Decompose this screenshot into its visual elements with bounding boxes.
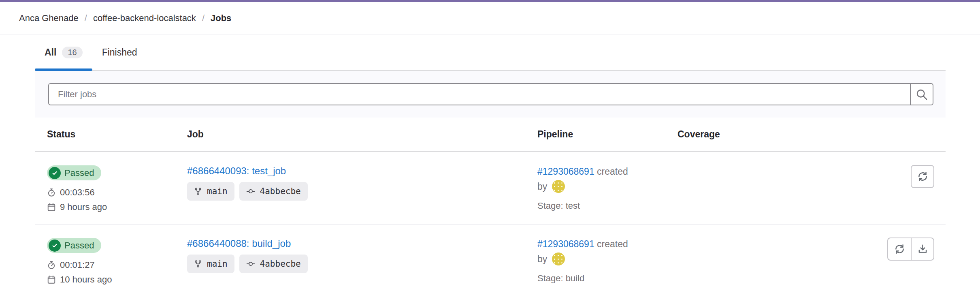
pipeline-created-text: created: [597, 239, 628, 249]
duration-text: 00:03:56: [60, 187, 95, 198]
retry-job-button[interactable]: [911, 165, 934, 188]
job-refs: main 4abbecbe: [187, 182, 525, 201]
pipeline-stage: Stage: build: [537, 273, 665, 284]
stopwatch-icon: [47, 261, 56, 270]
actions-cell: [787, 152, 946, 224]
retry-job-button[interactable]: [887, 238, 911, 261]
calendar-icon: [47, 203, 56, 212]
status-badge[interactable]: Passed: [47, 165, 101, 180]
age-text: 10 hours ago: [60, 274, 112, 285]
commit-icon: [246, 259, 255, 268]
breadcrumb-user[interactable]: Anca Ghenade: [19, 13, 79, 24]
actions-button-group: [887, 238, 934, 261]
pipeline-created-text: created: [597, 166, 628, 177]
column-header-job: Job: [175, 129, 525, 140]
commit-chip[interactable]: 4abbecbe: [239, 255, 308, 273]
job-cell: #6866440093: test_job main: [175, 152, 525, 224]
job-link[interactable]: #6866440088: build_job: [187, 238, 291, 249]
calendar-icon: [47, 275, 56, 284]
tab-all-count-badge: 16: [62, 47, 82, 58]
job-duration: 00:03:56: [47, 187, 175, 198]
column-header-pipeline: Pipeline: [525, 129, 665, 140]
pipeline-link[interactable]: #1293068691: [537, 239, 594, 249]
tab-finished[interactable]: Finished: [92, 34, 147, 70]
avatar[interactable]: [552, 252, 565, 265]
duration-text: 00:01:27: [60, 260, 95, 270]
status-cell: Passed 00:03:56: [35, 152, 175, 224]
retry-icon: [917, 171, 928, 182]
job-age: 10 hours ago: [47, 274, 175, 285]
coverage-cell: [665, 225, 787, 291]
search-button[interactable]: [910, 83, 933, 105]
branch-icon: [194, 260, 202, 268]
branch-icon: [194, 187, 202, 195]
jobs-page: Anca Ghenade / coffee-backend-localstack…: [0, 0, 980, 291]
jobs-table-header: Status Job Pipeline Coverage: [35, 118, 946, 152]
breadcrumb: Anca Ghenade / coffee-backend-localstack…: [0, 2, 980, 34]
job-row: Passed 00:03:56: [35, 152, 946, 225]
breadcrumb-current-page: Jobs: [211, 13, 231, 24]
pipeline-cell: #1293068691 created by Stage: build: [525, 225, 665, 291]
retry-icon: [894, 244, 905, 255]
column-header-coverage: Coverage: [665, 129, 787, 140]
search-icon: [916, 88, 928, 101]
job-refs: main 4abbecbe: [187, 255, 525, 273]
commit-chip[interactable]: 4abbecbe: [239, 182, 308, 201]
breadcrumb-separator: /: [85, 13, 87, 24]
stopwatch-icon: [47, 188, 56, 197]
commit-sha: 4abbecbe: [260, 259, 301, 269]
pipeline-by-text: by: [537, 254, 547, 265]
filter-bar: [35, 71, 946, 118]
job-age: 9 hours ago: [47, 202, 175, 212]
job-row: Passed 00:01:27: [35, 225, 946, 291]
pipeline-by-text: by: [537, 181, 547, 192]
tab-all[interactable]: All 16: [35, 34, 92, 70]
jobs-table: Status Job Pipeline Coverage Passed: [35, 118, 946, 291]
pipeline-stage: Stage: test: [537, 201, 665, 211]
download-artifacts-button[interactable]: [911, 238, 934, 261]
filter-jobs-input[interactable]: [48, 83, 910, 105]
pipeline-link[interactable]: #1293068691: [537, 166, 594, 177]
branch-chip[interactable]: main: [187, 255, 234, 273]
jobs-tabs: All 16 Finished: [35, 34, 946, 71]
age-text: 9 hours ago: [60, 202, 107, 212]
branch-name: main: [207, 186, 228, 196]
status-cell: Passed 00:01:27: [35, 225, 175, 291]
breadcrumb-project[interactable]: coffee-backend-localstack: [93, 13, 196, 24]
coverage-cell: [665, 152, 787, 224]
check-circle-icon: [49, 167, 61, 179]
branch-chip[interactable]: main: [187, 182, 234, 201]
branch-name: main: [207, 259, 228, 269]
tab-finished-label: Finished: [102, 47, 137, 58]
status-label: Passed: [64, 240, 94, 251]
pipeline-cell: #1293068691 created by Stage: test: [525, 152, 665, 224]
status-label: Passed: [64, 168, 94, 178]
commit-icon: [246, 187, 255, 196]
actions-cell: [787, 225, 946, 291]
status-badge[interactable]: Passed: [47, 238, 101, 253]
tab-all-label: All: [45, 47, 56, 58]
commit-sha: 4abbecbe: [260, 186, 301, 196]
download-icon: [917, 244, 928, 255]
job-duration: 00:01:27: [47, 260, 175, 270]
breadcrumb-separator: /: [202, 13, 205, 24]
column-header-status: Status: [35, 129, 175, 140]
filter-search-group: [48, 83, 933, 105]
avatar[interactable]: [552, 180, 565, 193]
job-link[interactable]: #6866440093: test_job: [187, 165, 286, 177]
check-circle-icon: [49, 240, 61, 252]
job-cell: #6866440088: build_job main: [175, 225, 525, 291]
